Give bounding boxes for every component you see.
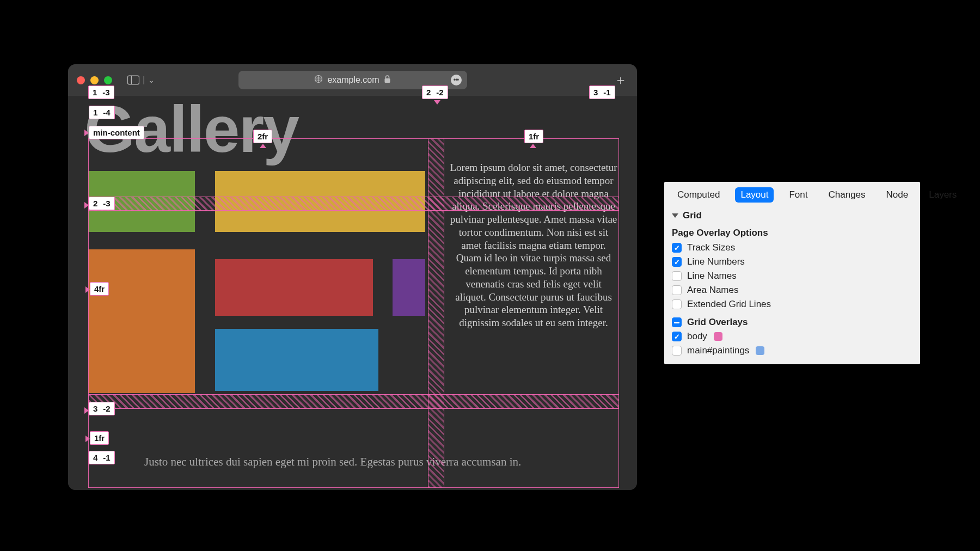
painting-gold xyxy=(215,171,425,232)
overlay-main-paintings[interactable]: main#paintings xyxy=(672,344,912,358)
globe-icon xyxy=(314,75,323,85)
overlay-label: main#paintings xyxy=(687,345,749,356)
footer-text: Justo nec ultrices dui sapien eget mi pr… xyxy=(144,455,521,469)
checkbox-icon[interactable] xyxy=(672,299,682,309)
option-label: Area Names xyxy=(687,285,738,296)
disclosure-triangle-icon xyxy=(672,213,678,218)
sidebar-icon xyxy=(127,75,139,85)
tab-layers[interactable]: Layers xyxy=(923,187,962,203)
option-track-sizes[interactable]: Track Sizes xyxy=(672,241,912,255)
checkbox-icon[interactable] xyxy=(672,271,682,281)
grid-row-track-3: 1fr xyxy=(90,431,109,445)
color-swatch[interactable] xyxy=(714,332,722,341)
tab-changes[interactable]: Changes xyxy=(823,187,871,203)
grid-col-line-1: 1-3 xyxy=(88,85,114,99)
grid-col-track-2: 1fr xyxy=(524,130,543,143)
checkbox-mixed-icon[interactable] xyxy=(672,317,682,327)
grid-row-track-1: min-content xyxy=(89,126,144,139)
new-tab-button[interactable]: ＋ xyxy=(614,71,627,89)
grid-row-line-2: 2-3 xyxy=(89,197,115,210)
lock-icon xyxy=(384,75,391,85)
grid-section-header[interactable]: Grid xyxy=(672,208,912,223)
painting-orange xyxy=(88,249,195,393)
browser-window: | ⌄ example.com ••• ＋ Gallery Lorem ipsu… xyxy=(68,64,637,490)
option-area-names[interactable]: Area Names xyxy=(672,283,912,297)
option-label: Track Sizes xyxy=(687,242,735,253)
chevron-down-icon[interactable]: ⌄ xyxy=(148,76,155,84)
inspector-panel: Computed Layout Font Changes Node Layers… xyxy=(664,182,920,364)
zoom-window-button[interactable] xyxy=(104,76,112,84)
more-icon[interactable]: ••• xyxy=(451,75,462,85)
grid-col-track-1: 2fr xyxy=(253,130,272,143)
grid-overlays-header: Grid Overlays xyxy=(687,317,748,328)
grid-col-line-3: 3-1 xyxy=(589,85,615,99)
tab-layout[interactable]: Layout xyxy=(735,187,774,203)
page-viewport: Gallery Lorem ipsum dolor sit amet, cons… xyxy=(68,96,637,490)
lorem-text: Lorem ipsum dolor sit amet, consectetur … xyxy=(449,161,618,329)
divider: | xyxy=(143,75,145,85)
option-label: Extended Grid Lines xyxy=(687,299,771,310)
option-label: Line Names xyxy=(687,271,737,281)
overlay-body[interactable]: body xyxy=(672,329,912,344)
grid-overlays-header-row[interactable]: Grid Overlays xyxy=(672,311,912,329)
checkbox-icon[interactable] xyxy=(672,346,682,356)
checkbox-icon[interactable] xyxy=(672,285,682,295)
tab-node[interactable]: Node xyxy=(881,187,914,203)
checkbox-icon[interactable] xyxy=(672,257,682,267)
option-label: Line Numbers xyxy=(687,256,745,267)
painting-purple xyxy=(393,259,425,316)
svg-rect-3 xyxy=(384,78,390,83)
inspector-tabs: Computed Layout Font Changes Node Layers xyxy=(664,182,920,207)
svg-rect-0 xyxy=(127,76,139,84)
traffic-lights xyxy=(77,76,112,84)
grid-row-line-3: 3-2 xyxy=(89,402,115,415)
grid-row-line-4: 4-1 xyxy=(89,451,115,464)
tab-computed[interactable]: Computed xyxy=(672,187,725,203)
color-swatch[interactable] xyxy=(756,346,764,355)
overlay-label: body xyxy=(687,331,707,342)
grid-row-track-2: 4fr xyxy=(90,282,109,296)
minimize-window-button[interactable] xyxy=(90,76,99,84)
tab-font[interactable]: Font xyxy=(783,187,813,203)
url-text: example.com xyxy=(327,75,379,85)
painting-blue xyxy=(215,329,378,391)
option-line-numbers[interactable]: Line Numbers xyxy=(672,255,912,269)
option-line-names[interactable]: Line Names xyxy=(672,269,912,283)
checkbox-icon[interactable] xyxy=(672,243,682,253)
overlay-options-header: Page Overlay Options xyxy=(672,223,912,241)
grid-col-line-2: 2-2 xyxy=(422,85,448,99)
option-extended-grid-lines[interactable]: Extended Grid Lines xyxy=(672,297,912,311)
sidebar-toggle-button[interactable]: | ⌄ xyxy=(127,75,155,85)
grid-row-line-1: 1-4 xyxy=(89,106,115,119)
close-window-button[interactable] xyxy=(77,76,85,84)
grid-section-label: Grid xyxy=(683,210,702,221)
checkbox-icon[interactable] xyxy=(672,332,682,341)
painting-red xyxy=(215,259,373,316)
